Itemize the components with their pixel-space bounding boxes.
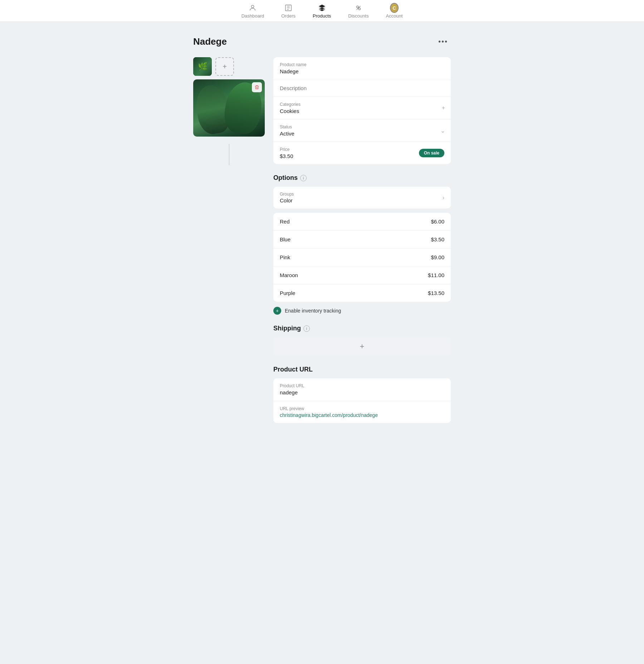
group-label: Groups (280, 192, 294, 197)
variant-row[interactable]: Purple $13.50 (273, 284, 451, 302)
nav-item-discounts[interactable]: Discounts (348, 4, 369, 19)
main-layout: + (193, 57, 451, 427)
product-form-card: Product name Categories Cookies + Status (273, 57, 451, 164)
variant-price: $13.50 (428, 290, 444, 296)
options-group-card[interactable]: Groups Color › (273, 187, 451, 208)
nav-label-orders: Orders (281, 13, 296, 19)
variant-name: Maroon (280, 272, 298, 278)
product-name-input[interactable] (280, 68, 444, 74)
page-title: Nadege (193, 36, 227, 47)
variant-row[interactable]: Blue $3.50 (273, 231, 451, 249)
delete-image-button[interactable] (252, 82, 262, 92)
variant-price: $3.50 (431, 236, 444, 242)
url-preview-label: URL preview (280, 406, 444, 411)
thumb-image-1 (193, 57, 212, 76)
variant-name: Pink (280, 254, 290, 260)
svg-point-2 (356, 6, 358, 8)
variant-price: $11.00 (428, 272, 444, 278)
product-name-label: Product name (280, 62, 444, 67)
page-container: Nadege ••• + (186, 22, 458, 449)
variant-name: Purple (280, 290, 295, 296)
orders-icon (284, 4, 293, 12)
nav-label-products: Products (313, 13, 331, 19)
status-label: Status (280, 124, 294, 129)
url-preview-value: christinagwira.bigcartel.com/product/nad… (280, 412, 444, 418)
status-field[interactable]: Status Active ⌄ (273, 119, 451, 142)
status-chevron-icon: ⌄ (440, 127, 445, 134)
account-avatar: C (390, 3, 399, 13)
categories-label: Categories (280, 102, 301, 107)
add-shipping-button[interactable]: + (273, 337, 451, 356)
description-field (273, 80, 451, 97)
product-name-field: Product name (273, 57, 451, 80)
variants-card: Red $6.00 Blue $3.50 Pink $9.00 Maroon $… (273, 213, 451, 302)
group-value: Color (280, 197, 294, 203)
shipping-section-title: Shipping i (273, 325, 451, 332)
on-sale-badge: On sale (419, 149, 444, 157)
right-column: Product name Categories Cookies + Status (273, 57, 451, 427)
price-label: Price (280, 147, 293, 152)
variant-row[interactable]: Pink $9.00 (273, 249, 451, 266)
url-field: Product URL (273, 378, 451, 401)
variant-name: Blue (280, 236, 291, 242)
thumbnail-1[interactable] (193, 57, 212, 76)
url-preview-field: URL preview christinagwira.bigcartel.com… (273, 401, 451, 423)
inventory-tracking-row[interactable]: + Enable inventory tracking (273, 307, 451, 315)
page-header: Nadege ••• (193, 36, 451, 47)
url-label: Product URL (280, 383, 444, 388)
url-input[interactable] (280, 389, 444, 395)
inventory-label: Enable inventory tracking (285, 308, 341, 314)
nav-item-dashboard[interactable]: Dashboard (241, 4, 264, 19)
dashboard-icon (248, 4, 257, 12)
discounts-icon (354, 4, 363, 12)
svg-point-3 (358, 8, 361, 10)
shipping-info-icon[interactable]: i (303, 325, 310, 332)
svg-point-0 (252, 5, 254, 8)
nav-bar: Dashboard Orders Products Discounts (0, 0, 644, 22)
variant-row[interactable]: Red $6.00 (273, 213, 451, 231)
add-category-button[interactable]: + (442, 105, 445, 111)
nav-label-account: Account (386, 13, 402, 19)
variant-price: $6.00 (431, 218, 444, 225)
nav-item-account[interactable]: C Account (386, 4, 402, 19)
options-info-icon[interactable]: i (300, 175, 307, 181)
options-section-title: Options i (273, 174, 451, 182)
nav-label-dashboard: Dashboard (241, 13, 264, 19)
description-input[interactable] (280, 85, 444, 91)
main-image-wrapper (193, 79, 265, 137)
status-value: Active (280, 131, 294, 137)
variant-price: $9.00 (431, 254, 444, 260)
price-field: Price $3.50 On sale (273, 142, 451, 164)
variant-name: Red (280, 218, 290, 225)
account-icon: C (390, 4, 399, 12)
left-column: + (193, 57, 265, 165)
image-thumbnails: + (193, 57, 265, 76)
nav-label-discounts: Discounts (348, 13, 369, 19)
categories-field: Categories Cookies + (273, 97, 451, 119)
inventory-icon: + (273, 307, 281, 315)
categories-value: Cookies (280, 108, 301, 114)
nav-item-orders[interactable]: Orders (281, 4, 296, 19)
product-url-card: Product URL URL preview christinagwira.b… (273, 378, 451, 423)
nav-item-products[interactable]: Products (313, 4, 331, 19)
products-icon (318, 4, 326, 12)
options-chevron-icon: › (443, 195, 444, 201)
product-url-section-title: Product URL (273, 366, 451, 373)
options-group-row[interactable]: Groups Color › (273, 187, 451, 208)
add-image-button[interactable]: + (215, 57, 234, 76)
price-value: $3.50 (280, 153, 293, 159)
variant-row[interactable]: Maroon $11.00 (273, 266, 451, 284)
more-options-button[interactable]: ••• (435, 36, 451, 47)
